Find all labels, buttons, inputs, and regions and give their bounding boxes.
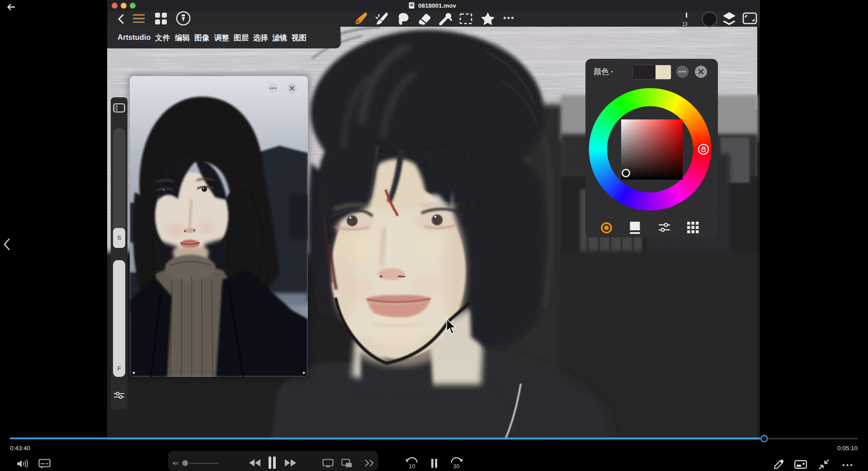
svg-text:10: 10 [409,463,415,469]
svg-text:30: 30 [453,463,459,469]
